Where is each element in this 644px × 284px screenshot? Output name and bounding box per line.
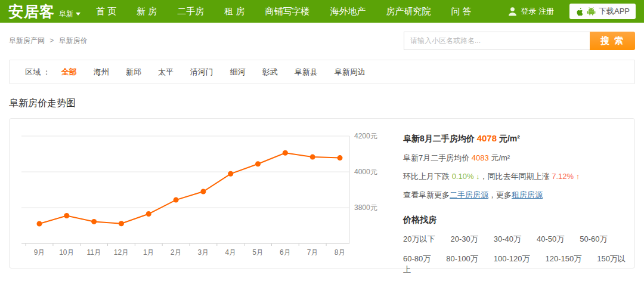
login-register-label: 登录 注册 <box>521 6 554 17</box>
svg-text:4月: 4月 <box>225 248 236 257</box>
region-filter-bar: 区域 ： 全部海州新邱太平清河门细河彰武阜新县阜新周边 <box>9 60 635 84</box>
price-summary-panel: 阜新8月二手房均价 4078 元/m² 阜新7月二手房均价 4083 元/m² … <box>403 119 634 268</box>
region-filter-label: 区域 ： <box>25 67 51 78</box>
svg-text:10月: 10月 <box>59 248 74 257</box>
nav-item[interactable]: 新 房 <box>137 6 157 17</box>
svg-text:4200元: 4200元 <box>354 132 377 140</box>
region-option[interactable]: 海州 <box>94 67 109 78</box>
zufang-link[interactable]: 租房房源 <box>512 190 543 199</box>
nav-item[interactable]: 商铺写字楼 <box>265 6 310 17</box>
svg-text:12月: 12月 <box>114 248 129 257</box>
user-icon <box>508 7 517 16</box>
region-options: 全部海州新邱太平清河门细河彰武阜新县阜新周边 <box>61 67 382 78</box>
nav-item[interactable]: 首 页 <box>96 6 116 17</box>
nav-item[interactable]: 租 房 <box>224 6 244 17</box>
region-option[interactable]: 彰武 <box>262 67 278 78</box>
price-range-option[interactable]: 30-40万 <box>494 234 521 243</box>
mom-change-value: 0.10% ↓ <box>452 172 480 181</box>
price-change-line: 环比上月下跌 0.10% ↓，同比去年同期上涨 7.12% ↑ <box>403 171 634 182</box>
main-nav: 首 页新 房二手房租 房商铺写字楼海外地产房产研究院问 答 <box>96 6 492 17</box>
region-option[interactable]: 阜新周边 <box>335 67 366 78</box>
price-range-row-1: 20万以下20-30万30-40万40-50万50-60万 <box>403 234 634 245</box>
region-option[interactable]: 阜新县 <box>295 67 318 78</box>
chart-area: 4200元4000元3800元9月10月11月12月1月2月3月4月5月6月7月… <box>10 119 403 268</box>
nav-item[interactable]: 房产研究院 <box>386 6 431 17</box>
region-option[interactable]: 全部 <box>61 67 77 78</box>
current-price-value: 4078 <box>477 133 497 143</box>
breadcrumb-separator: > <box>49 36 54 45</box>
anjuke-logo[interactable]: 安居客 <box>8 2 55 21</box>
price-range-row-2: 60-80万80-100万100-120万120-150万150万以上 <box>403 254 634 275</box>
current-month-price: 阜新8月二手房均价 4078 元/m² <box>403 133 634 144</box>
ershoufang-link[interactable]: 二手房房源 <box>450 190 488 199</box>
previous-month-price: 阜新7月二手房均价 4083 元/m² <box>403 153 634 163</box>
svg-text:6月: 6月 <box>280 248 291 257</box>
price-range-option[interactable]: 60-80万 <box>403 254 431 263</box>
svg-text:3800元: 3800元 <box>354 203 377 212</box>
login-register[interactable]: 登录 注册 <box>508 6 554 17</box>
price-range-option[interactable]: 100-120万 <box>494 254 530 263</box>
svg-text:3月: 3月 <box>198 248 209 257</box>
region-option[interactable]: 太平 <box>158 67 174 78</box>
price-trend-card: 4200元4000元3800元9月10月11月12月1月2月3月4月5月6月7月… <box>9 118 635 268</box>
svg-text:11月: 11月 <box>86 248 101 257</box>
breadcrumb: 阜新房产网 > 阜新房价 <box>9 36 88 46</box>
price-search-title: 价格找房 <box>403 215 634 226</box>
price-range-option[interactable]: 120-150万 <box>545 254 581 263</box>
search-button[interactable]: 搜 索 <box>590 32 635 50</box>
price-range-option[interactable]: 40-50万 <box>537 234 564 243</box>
svg-text:7月: 7月 <box>307 248 318 257</box>
breadcrumb-current: 阜新房价 <box>59 36 88 45</box>
svg-text:4000元: 4000元 <box>354 168 377 176</box>
price-range-option[interactable]: 80-100万 <box>446 254 478 263</box>
price-range-option[interactable]: 20万以下 <box>403 234 435 243</box>
nav-right: 登录 注册 下载APP <box>508 4 636 19</box>
svg-text:8月: 8月 <box>335 248 346 257</box>
nav-item[interactable]: 问 答 <box>451 6 472 17</box>
previous-price-value: 4083 <box>472 153 489 162</box>
nav-item[interactable]: 二手房 <box>177 6 204 17</box>
svg-text:5月: 5月 <box>252 248 264 257</box>
city-name: 阜新 <box>59 9 73 19</box>
city-selector[interactable]: 阜新 <box>59 9 80 19</box>
region-option[interactable]: 清河门 <box>190 67 213 78</box>
region-option[interactable]: 新邱 <box>126 67 141 78</box>
page-title: 阜新房价走势图 <box>9 97 635 110</box>
download-app-label: 下载APP <box>599 6 630 17</box>
breadcrumb-search-row: 阜新房产网 > 阜新房价 搜 索 <box>0 25 644 56</box>
search-box: 搜 索 <box>404 32 635 50</box>
price-range-option[interactable]: 50-60万 <box>580 234 607 243</box>
price-trend-chart: 4200元4000元3800元9月10月11月12月1月2月3月4月5月6月7月… <box>21 120 403 263</box>
nav-item[interactable]: 海外地产 <box>330 6 366 17</box>
search-input[interactable] <box>404 32 590 50</box>
download-app-button[interactable]: 下载APP <box>569 4 636 19</box>
yoy-change-value: 7.12% ↑ <box>552 172 580 181</box>
svg-text:9月: 9月 <box>34 248 45 257</box>
android-icon <box>587 7 596 16</box>
caret-down-icon <box>76 13 80 16</box>
more-listings-line: 查看阜新更多二手房房源，更多租房房源 <box>403 190 634 200</box>
svg-text:1月: 1月 <box>143 248 154 257</box>
region-option[interactable]: 细河 <box>230 67 246 78</box>
svg-text:2月: 2月 <box>171 248 182 257</box>
top-navbar: 安居客 阜新 首 页新 房二手房租 房商铺写字楼海外地产房产研究院问 答 登录 … <box>0 0 644 23</box>
price-range-option[interactable]: 20-30万 <box>450 234 478 243</box>
breadcrumb-home-link[interactable]: 阜新房产网 <box>9 36 45 45</box>
apple-icon <box>575 7 584 16</box>
